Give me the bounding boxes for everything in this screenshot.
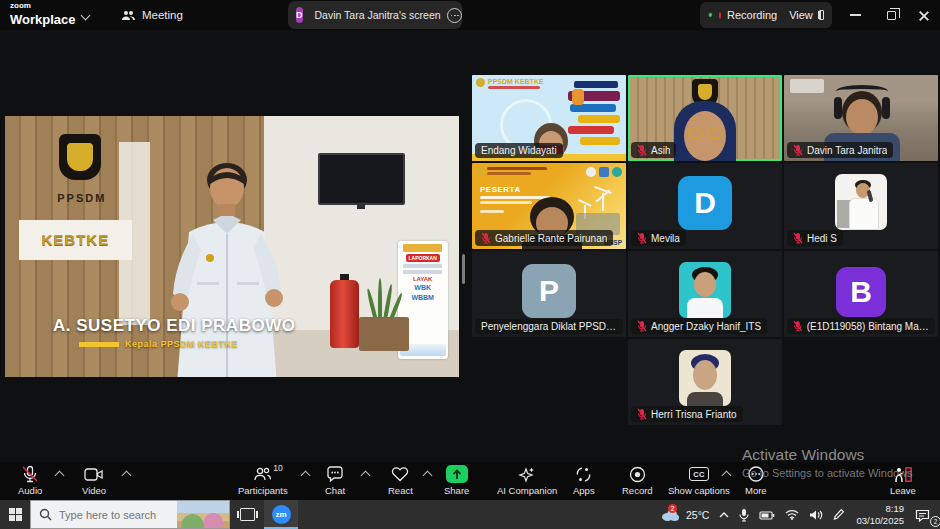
sharer-avatar: D bbox=[296, 7, 303, 23]
chat-options-chevron[interactable] bbox=[361, 471, 371, 481]
notifications-icon bbox=[915, 508, 930, 522]
participant-name-label: Gabrielle Rante Pairunan bbox=[475, 230, 613, 246]
battery-icon bbox=[759, 510, 775, 520]
search-highlight-image[interactable] bbox=[177, 501, 229, 528]
share-button[interactable]: Share bbox=[444, 465, 469, 496]
participant-tile-endang[interactable]: PPSDM KEBTKE Endang Widayati bbox=[472, 75, 626, 161]
brand-workplace: Workplace bbox=[10, 12, 76, 27]
audio-button[interactable]: Audio bbox=[18, 465, 42, 496]
brand-zoom: zoom bbox=[10, 2, 76, 10]
logo-chip-3 bbox=[612, 167, 622, 177]
search-input[interactable] bbox=[59, 509, 169, 521]
chevron-down-icon[interactable] bbox=[81, 11, 91, 21]
tray-network[interactable] bbox=[780, 500, 804, 529]
video-options-chevron[interactable] bbox=[122, 471, 132, 481]
tv-screen bbox=[318, 153, 404, 205]
task-view-icon bbox=[240, 508, 255, 521]
view-button-label[interactable]: View bbox=[789, 9, 813, 21]
share-screen-icon bbox=[446, 465, 468, 483]
tray-microphone[interactable] bbox=[734, 500, 754, 529]
more-button[interactable]: More bbox=[745, 465, 767, 496]
participants-options-chevron[interactable] bbox=[301, 471, 311, 481]
video-button[interactable]: Video bbox=[82, 465, 106, 496]
sub-line3 bbox=[480, 210, 504, 213]
leave-icon bbox=[893, 466, 913, 483]
system-tray: 2 25°C 8:19 03/ bbox=[655, 500, 940, 529]
title-accent-bar bbox=[79, 342, 119, 347]
tray-battery[interactable] bbox=[754, 500, 780, 529]
mic-muted-icon bbox=[21, 465, 39, 483]
minimize-button[interactable] bbox=[838, 0, 872, 30]
chevron-up-icon bbox=[719, 512, 729, 518]
banner-wbk-text: WBK bbox=[414, 284, 431, 291]
record-icon bbox=[629, 466, 646, 483]
gallery-scrollbar[interactable] bbox=[462, 254, 465, 284]
participant-tile-gabrielle[interactable]: PESERTA BNSP Gabrielle Rante Pairunan bbox=[472, 163, 626, 249]
sub-line1 bbox=[480, 196, 550, 199]
start-button[interactable] bbox=[0, 500, 30, 529]
ribbon-3 bbox=[578, 115, 620, 123]
avatar-photo bbox=[679, 262, 731, 318]
action-center-button[interactable]: 2 bbox=[910, 500, 940, 529]
participant-tile-bintang[interactable]: B (E1D119058) Bintang Majusi bbox=[784, 251, 938, 337]
speaker-name: A. SUSETYO EDI PRABOWO bbox=[53, 316, 295, 336]
task-view-button[interactable] bbox=[230, 500, 264, 529]
share-options-icon[interactable] bbox=[447, 8, 462, 23]
tray-pen[interactable] bbox=[828, 500, 850, 529]
esdm-wall-logo bbox=[59, 134, 101, 180]
sub-line2 bbox=[480, 201, 532, 204]
clock-date: 03/10/2025 bbox=[856, 515, 904, 527]
weather-cloud-icon: 2 bbox=[660, 509, 680, 521]
react-button[interactable]: React bbox=[388, 465, 413, 496]
zoom-meeting-window: zoomWorkplace Meeting D Davin Tara Janit… bbox=[0, 0, 940, 529]
screen-share-indicator[interactable]: D Davin Tara Janitra's screen bbox=[288, 1, 462, 29]
headphone-band bbox=[836, 85, 888, 97]
tile-header-text: PPSDM KEBTKE bbox=[488, 78, 544, 85]
captions-button[interactable]: CC Show captions bbox=[668, 465, 730, 496]
tray-mic-icon bbox=[739, 508, 749, 522]
ai-companion-button[interactable]: AI Companion bbox=[497, 465, 557, 496]
avatar: B bbox=[836, 267, 886, 317]
meeting-tab-label: Meeting bbox=[142, 9, 183, 21]
muted-mic-icon bbox=[793, 320, 803, 332]
participant-tile-angger[interactable]: Angger Dzaky Hanif_ITS bbox=[628, 251, 782, 337]
taskbar-clock[interactable]: 8:19 03/10/2025 bbox=[850, 503, 910, 527]
show-hidden-icons[interactable] bbox=[714, 500, 734, 529]
main-speaker-video[interactable]: PPSDM KEBTKE LAPORKAN LAYAK WBK WBBM bbox=[5, 116, 459, 377]
close-button[interactable] bbox=[906, 0, 940, 30]
participant-name-label: Endang Widayati bbox=[475, 143, 563, 158]
participant-tile-mevila[interactable]: D Hedi S Mevila bbox=[628, 163, 782, 249]
muted-mic-icon bbox=[637, 408, 647, 420]
weather-widget[interactable]: 2 25°C bbox=[655, 500, 714, 529]
chat-button[interactable]: Chat bbox=[325, 465, 345, 496]
taskbar-search[interactable] bbox=[30, 500, 230, 529]
banner-laporkan-text: LAPORKAN bbox=[406, 254, 440, 262]
recording-dot bbox=[719, 12, 721, 19]
participants-count-badge: 10 bbox=[273, 463, 282, 473]
angger-face bbox=[694, 272, 716, 297]
logo-chip-2 bbox=[599, 167, 609, 177]
meeting-status-pill: Recording View bbox=[700, 2, 832, 28]
audio-options-chevron[interactable] bbox=[55, 471, 65, 481]
muted-mic-icon bbox=[481, 232, 491, 244]
participant-name-label: Angger Dzaky Hanif_ITS bbox=[631, 318, 767, 334]
participant-tile-davin[interactable]: Davin Tara Janitra bbox=[784, 75, 938, 161]
participant-tile-asih[interactable]: Asih bbox=[628, 75, 782, 161]
taskbar-zoom-app[interactable]: zm bbox=[264, 500, 298, 529]
react-options-chevron[interactable] bbox=[423, 471, 433, 481]
tab-meeting[interactable]: Meeting bbox=[113, 0, 191, 30]
apps-button[interactable]: Apps bbox=[573, 465, 595, 496]
security-shield-icon[interactable] bbox=[708, 7, 713, 23]
tray-volume[interactable] bbox=[804, 500, 828, 529]
tile-logo-icon bbox=[476, 167, 484, 175]
record-button[interactable]: Record bbox=[622, 465, 653, 496]
leave-button[interactable]: Leave bbox=[890, 465, 916, 496]
view-layout-icon[interactable] bbox=[819, 10, 824, 20]
wall-text-ppsdm: PPSDM bbox=[57, 192, 106, 204]
participant-tile-penyelenggara[interactable]: P Penyelenggara Diklat PPSDM KEBTK... bbox=[472, 251, 626, 337]
maximize-button[interactable] bbox=[874, 0, 908, 30]
participant-tile-herri[interactable]: Herri Trisna Frianto bbox=[628, 339, 782, 425]
participant-tile-hedi[interactable]: Hedi S bbox=[784, 163, 938, 249]
participants-button[interactable]: 10 Participants bbox=[238, 465, 288, 496]
planter-box bbox=[359, 317, 409, 351]
